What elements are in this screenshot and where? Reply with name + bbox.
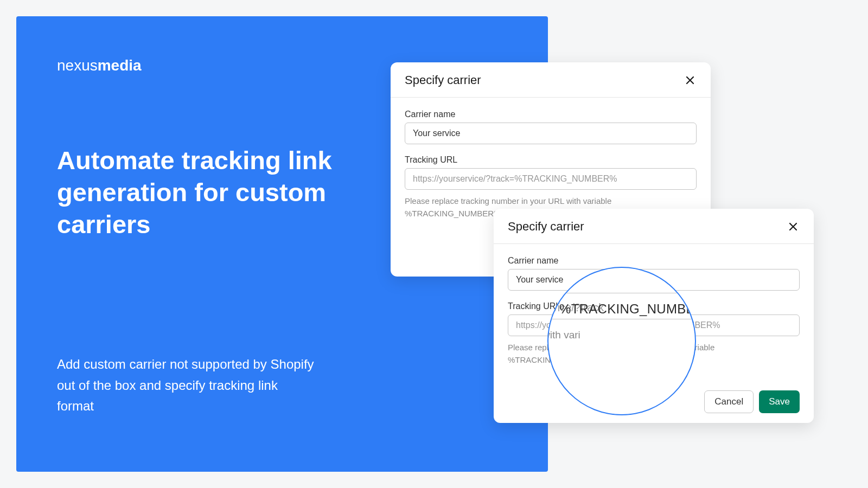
modal-title: Specify carrier [508,220,584,234]
save-button[interactable]: Save [759,390,800,413]
tracking-url-label: Tracking URL [508,301,800,311]
close-button[interactable] [684,74,697,87]
tracking-url-input[interactable] [508,314,800,336]
specify-carrier-modal-front: Specify carrier Carrier name Tracking UR… [494,209,814,423]
tracking-url-label: Tracking URL [405,155,697,165]
cancel-button[interactable]: Cancel [704,390,754,413]
hero-subtext: Add custom carrier not supported by Shop… [57,354,317,416]
brand-bold: media [98,57,142,74]
modal-body: Carrier name Tracking URL Please replace… [494,244,814,378]
modal-header: Specify carrier [391,62,711,98]
carrier-name-label: Carrier name [508,256,800,266]
hero-headline: Automate tracking link generation for cu… [57,145,361,240]
close-icon [685,75,695,86]
carrier-name-input[interactable] [508,269,800,291]
modal-header: Specify carrier [494,209,814,244]
close-icon [788,221,799,232]
tracking-url-help: Please replace tracking number in your U… [508,342,800,366]
modal-title: Specify carrier [405,73,481,87]
modal-footer: Cancel Save [690,381,814,423]
brand-light: nexus [57,57,98,74]
carrier-name-input[interactable] [405,123,697,144]
close-button[interactable] [787,220,800,233]
tracking-url-input[interactable] [405,168,697,190]
carrier-name-label: Carrier name [405,110,697,119]
